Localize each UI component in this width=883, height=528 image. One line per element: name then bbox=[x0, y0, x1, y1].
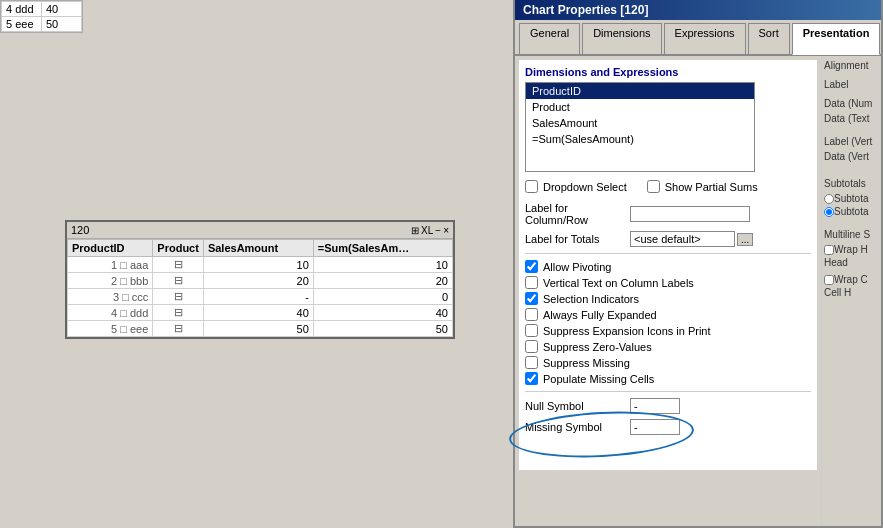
label-totals-input[interactable] bbox=[630, 231, 735, 247]
row-num: 5 □ eee bbox=[68, 321, 153, 337]
table-row: 4 □ ddd ⊟ 40 40 bbox=[68, 305, 453, 321]
missing-symbol-input[interactable] bbox=[630, 419, 680, 435]
checkbox-show-partial-sums: Show Partial Sums bbox=[647, 180, 758, 193]
pivot-close-icon[interactable]: × bbox=[443, 225, 449, 236]
dim-item-productid[interactable]: ProductID bbox=[526, 83, 754, 99]
cell-expr: 20 bbox=[313, 273, 452, 289]
right-label-data-num: Data (Num bbox=[824, 98, 879, 109]
right-label-wrap-h: Wrap H bbox=[834, 244, 868, 255]
checkbox-vertical-text: Vertical Text on Column Labels bbox=[525, 276, 811, 289]
checkbox-vertical-text-label: Vertical Text on Column Labels bbox=[543, 277, 694, 289]
checkbox-suppress-expansion-print-input[interactable] bbox=[525, 324, 538, 337]
checkbox-suppress-missing: Suppress Missing bbox=[525, 356, 811, 369]
checkbox-wrap-h[interactable] bbox=[824, 245, 834, 255]
tab-dimensions[interactable]: Dimensions bbox=[582, 23, 661, 54]
cell-sales: 50 bbox=[203, 321, 313, 337]
pivot-data-table: ProductID Product SalesAmount =Sum(Sales… bbox=[67, 239, 453, 337]
dimensions-list[interactable]: ProductID Product SalesAmount =Sum(Sales… bbox=[525, 82, 755, 172]
row-expand-icon[interactable]: ⊟ bbox=[153, 257, 204, 273]
right-radio-subtota2: Subtota bbox=[824, 206, 879, 217]
col-header-expr: =Sum(SalesAm… bbox=[313, 240, 452, 257]
right-label-wrap-c: Wrap C bbox=[834, 274, 868, 285]
pivot-title: 120 bbox=[71, 224, 89, 236]
pivot-icons: ⊞ XL − × bbox=[411, 225, 449, 236]
checkbox-suppress-expansion-print-label: Suppress Expansion Icons in Print bbox=[543, 325, 711, 337]
checkbox-always-expanded-input[interactable] bbox=[525, 308, 538, 321]
small-table-cell: 40 bbox=[42, 2, 82, 17]
checkbox-suppress-missing-label: Suppress Missing bbox=[543, 357, 630, 369]
tab-general[interactable]: General bbox=[519, 23, 580, 54]
chart-properties-titlebar: Chart Properties [120] bbox=[515, 0, 881, 20]
checkbox-suppress-zero-values-input[interactable] bbox=[525, 340, 538, 353]
row-num: 4 □ ddd bbox=[68, 305, 153, 321]
right-label-subtotals: Subtotals bbox=[824, 178, 879, 189]
right-label-data-vert: Data (Vert bbox=[824, 151, 879, 162]
checkbox-selection-indicators-input[interactable] bbox=[525, 292, 538, 305]
checkbox-selection-indicators-label: Selection Indicators bbox=[543, 293, 639, 305]
cell-sales: 10 bbox=[203, 257, 313, 273]
table-row: 1 □ aaa ⊟ 10 10 bbox=[68, 257, 453, 273]
pivot-xl-icon[interactable]: XL bbox=[421, 225, 433, 236]
checkbox-show-partial-sums-label: Show Partial Sums bbox=[665, 181, 758, 193]
cell-expr: 0 bbox=[313, 289, 452, 305]
pivot-grid-icon[interactable]: ⊞ bbox=[411, 225, 419, 236]
radio-subtota1[interactable] bbox=[824, 194, 834, 204]
radio-subtota2[interactable] bbox=[824, 207, 834, 217]
table-row: 5 □ eee ⊟ 50 50 bbox=[68, 321, 453, 337]
pivot-titlebar: 120 ⊞ XL − × bbox=[67, 222, 453, 239]
cell-expr: 40 bbox=[313, 305, 452, 321]
null-symbol-label: Null Symbol bbox=[525, 400, 630, 412]
checkbox-show-partial-sums-input[interactable] bbox=[647, 180, 660, 193]
label-column-row-row: Label for Column/Row bbox=[525, 202, 811, 226]
row-expand-icon[interactable]: ⊟ bbox=[153, 289, 204, 305]
cell-sales: - bbox=[203, 289, 313, 305]
small-data-table: 4 ddd 40 5 eee 50 bbox=[0, 0, 83, 33]
checkbox-suppress-zero-values: Suppress Zero-Values bbox=[525, 340, 811, 353]
row-expand-icon[interactable]: ⊟ bbox=[153, 273, 204, 289]
checkbox-dropdown-select: Dropdown Select bbox=[525, 180, 627, 193]
checkbox-populate-missing-input[interactable] bbox=[525, 372, 538, 385]
checkbox-allow-pivoting: Allow Pivoting bbox=[525, 260, 811, 273]
checkbox-wrap-c[interactable] bbox=[824, 275, 834, 285]
missing-symbol-label: Missing Symbol bbox=[525, 421, 630, 433]
tab-expressions[interactable]: Expressions bbox=[664, 23, 746, 54]
null-symbol-row: Null Symbol bbox=[525, 398, 811, 414]
checkbox-dropdown-select-input[interactable] bbox=[525, 180, 538, 193]
checkbox-vertical-text-input[interactable] bbox=[525, 276, 538, 289]
right-label-alignment: Alignment bbox=[824, 60, 879, 71]
checkbox-allow-pivoting-label: Allow Pivoting bbox=[543, 261, 611, 273]
row-num: 1 □ aaa bbox=[68, 257, 153, 273]
tab-presentation[interactable]: Presentation bbox=[792, 23, 881, 55]
right-label-label-vert: Label (Vert bbox=[824, 136, 879, 147]
dim-item-expr[interactable]: =Sum(SalesAmount) bbox=[526, 131, 754, 147]
checkbox-row-pair: Dropdown Select Show Partial Sums bbox=[525, 180, 811, 196]
right-checkbox-wrap-c: Wrap C bbox=[824, 274, 879, 285]
chart-properties-panel: Chart Properties [120] General Dimension… bbox=[513, 0, 883, 528]
label-column-row-label: Label for Column/Row bbox=[525, 202, 630, 226]
row-expand-icon[interactable]: ⊟ bbox=[153, 305, 204, 321]
checkbox-populate-missing: Populate Missing Cells bbox=[525, 372, 811, 385]
right-checkbox-wrap-h: Wrap H bbox=[824, 244, 879, 255]
label-column-row-input[interactable] bbox=[630, 206, 750, 222]
row-num: 2 □ bbb bbox=[68, 273, 153, 289]
null-symbol-input[interactable] bbox=[630, 398, 680, 414]
pivot-minimize-icon[interactable]: − bbox=[435, 225, 441, 236]
divider2 bbox=[525, 391, 811, 392]
tabs-bar: General Dimensions Expressions Sort Pres… bbox=[515, 20, 881, 56]
small-table-cell: 4 ddd bbox=[2, 2, 42, 17]
dim-item-product[interactable]: Product bbox=[526, 99, 754, 115]
checkbox-allow-pivoting-input[interactable] bbox=[525, 260, 538, 273]
tab-sort[interactable]: Sort bbox=[748, 23, 790, 54]
checkbox-suppress-expansion-print: Suppress Expansion Icons in Print bbox=[525, 324, 811, 337]
small-table-cell: 5 eee bbox=[2, 17, 42, 32]
checkbox-always-expanded: Always Fully Expanded bbox=[525, 308, 811, 321]
right-label-data-text: Data (Text bbox=[824, 113, 879, 124]
right-label-subtota2: Subtota bbox=[834, 206, 868, 217]
checkbox-suppress-missing-input[interactable] bbox=[525, 356, 538, 369]
cell-sales: 40 bbox=[203, 305, 313, 321]
dim-item-salesamount[interactable]: SalesAmount bbox=[526, 115, 754, 131]
chart-properties-title: Chart Properties [120] bbox=[523, 3, 648, 17]
row-expand-icon[interactable]: ⊟ bbox=[153, 321, 204, 337]
label-totals-browse-button[interactable]: ... bbox=[737, 233, 753, 246]
right-label-multiline: Multiline S bbox=[824, 229, 879, 240]
